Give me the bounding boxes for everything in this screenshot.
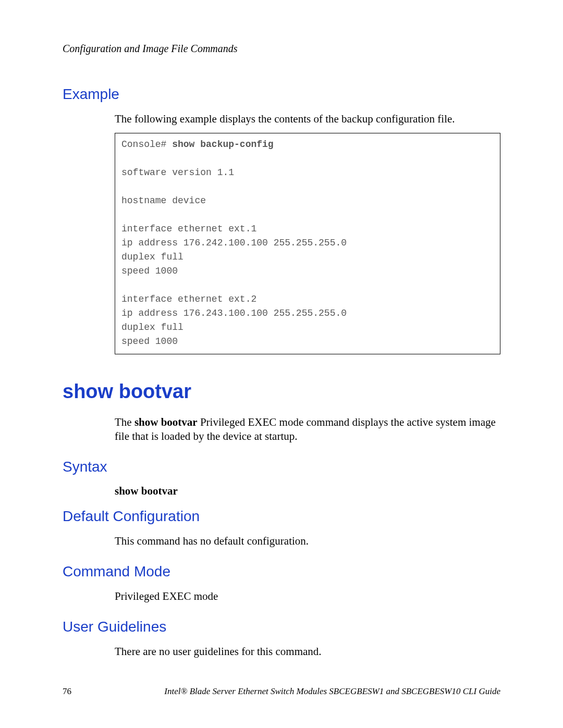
example-heading: Example <box>63 86 500 103</box>
console-prompt: Console# <box>121 139 172 150</box>
console-command: show backup-config <box>172 139 273 150</box>
default-config-heading: Default Configuration <box>63 508 500 525</box>
page-number: 76 <box>63 686 71 697</box>
desc-command-name: show bootvar <box>134 416 198 428</box>
command-description: The show bootvar Privileged EXEC mode co… <box>115 415 500 443</box>
syntax-value: show bootvar <box>115 485 500 498</box>
page-footer: 76 Intel® Blade Server Ethernet Switch M… <box>63 686 500 697</box>
running-header: Configuration and Image File Commands <box>63 43 500 55</box>
command-mode-heading: Command Mode <box>63 563 500 580</box>
page: Configuration and Image File Commands Ex… <box>0 0 563 728</box>
command-mode-text: Privileged EXEC mode <box>115 589 500 603</box>
console-output: software version 1.1 hostname device int… <box>121 167 347 347</box>
default-config-text: This command has no default configuratio… <box>115 534 500 548</box>
example-intro: The following example displays the conte… <box>115 112 500 126</box>
command-title: show bootvar <box>63 380 500 403</box>
desc-pre: The <box>115 416 134 428</box>
user-guidelines-heading: User Guidelines <box>63 619 500 635</box>
user-guidelines-text: There are no user guidelines for this co… <box>115 645 500 658</box>
syntax-heading: Syntax <box>63 459 500 475</box>
console-output-box: Console# show backup-config software ver… <box>115 133 500 354</box>
footer-text: Intel® Blade Server Ethernet Switch Modu… <box>164 686 500 697</box>
